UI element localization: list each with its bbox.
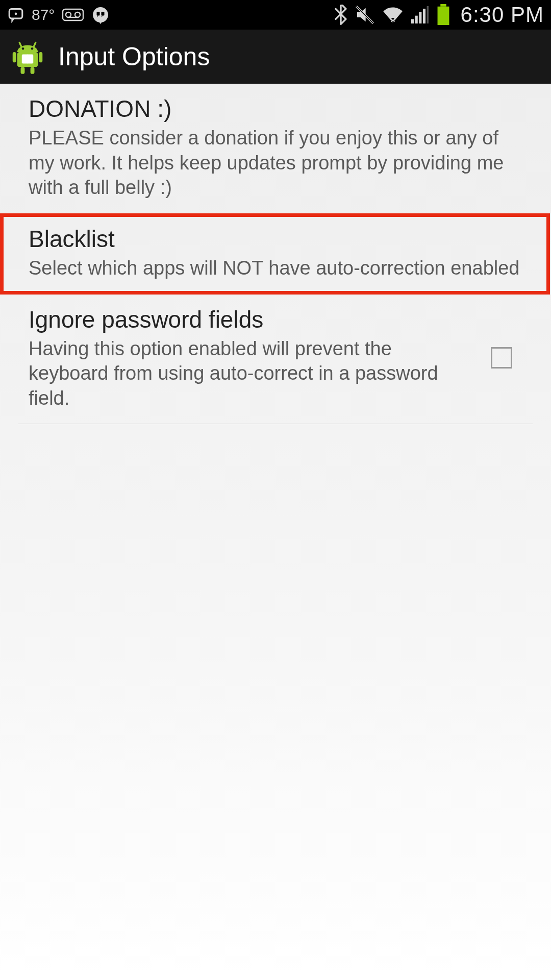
title-bar: Input Options bbox=[0, 30, 551, 84]
pref-ignore-password-title: Ignore password fields bbox=[29, 306, 470, 333]
pref-donation[interactable]: DONATION :) PLEASE consider a donation i… bbox=[0, 84, 551, 213]
svg-rect-20 bbox=[33, 41, 37, 47]
voicemail-icon bbox=[62, 8, 84, 22]
wifi-icon bbox=[382, 6, 404, 23]
svg-rect-17 bbox=[21, 67, 25, 74]
hangouts-icon bbox=[91, 6, 110, 24]
svg-point-22 bbox=[22, 47, 24, 50]
svg-rect-5 bbox=[97, 12, 100, 16]
pref-ignore-password[interactable]: Ignore password fields Having this optio… bbox=[0, 295, 551, 424]
svg-point-3 bbox=[66, 12, 71, 17]
svg-rect-15 bbox=[13, 52, 16, 62]
svg-rect-13 bbox=[437, 7, 449, 25]
svg-rect-11 bbox=[427, 6, 428, 23]
svg-rect-12 bbox=[440, 4, 446, 7]
temperature: 87° bbox=[32, 6, 55, 23]
volume-mute-icon bbox=[355, 5, 375, 25]
pref-donation-title: DONATION :) bbox=[29, 95, 524, 122]
bluetooth-icon bbox=[334, 5, 347, 25]
android-robot-icon bbox=[9, 38, 46, 75]
preferences-list: DONATION :) PLEASE consider a donation i… bbox=[0, 84, 551, 424]
svg-rect-10 bbox=[423, 9, 425, 23]
pref-blacklist-title: Blacklist bbox=[29, 225, 523, 253]
status-clock: 6:30 PM bbox=[461, 3, 544, 27]
status-right: 6:30 PM bbox=[334, 3, 544, 27]
svg-rect-8 bbox=[415, 16, 417, 23]
pref-ignore-password-summary: Having this option enabled will prevent … bbox=[29, 336, 470, 411]
ignore-password-checkbox[interactable] bbox=[491, 347, 512, 369]
svg-point-23 bbox=[31, 47, 34, 50]
notification-chat-icon bbox=[7, 6, 24, 23]
pref-donation-summary: PLEASE consider a donation if you enjoy … bbox=[29, 126, 524, 200]
page-title: Input Options bbox=[58, 42, 210, 71]
highlight-box: Blacklist Select which apps will NOT hav… bbox=[0, 213, 550, 295]
svg-point-1 bbox=[15, 13, 17, 15]
svg-point-4 bbox=[75, 12, 80, 17]
pref-blacklist[interactable]: Blacklist Select which apps will NOT hav… bbox=[4, 217, 546, 291]
svg-rect-19 bbox=[18, 41, 22, 47]
pref-blacklist-summary: Select which apps will NOT have auto-cor… bbox=[29, 256, 523, 281]
battery-icon bbox=[436, 4, 450, 26]
divider bbox=[18, 424, 533, 424]
cellular-signal-icon bbox=[411, 6, 429, 23]
status-left: 87° bbox=[7, 6, 110, 24]
svg-rect-16 bbox=[39, 52, 43, 62]
svg-rect-18 bbox=[31, 67, 35, 74]
svg-rect-9 bbox=[419, 12, 421, 23]
status-bar: 87° bbox=[0, 0, 551, 30]
svg-rect-6 bbox=[102, 12, 105, 16]
svg-rect-7 bbox=[411, 19, 414, 24]
